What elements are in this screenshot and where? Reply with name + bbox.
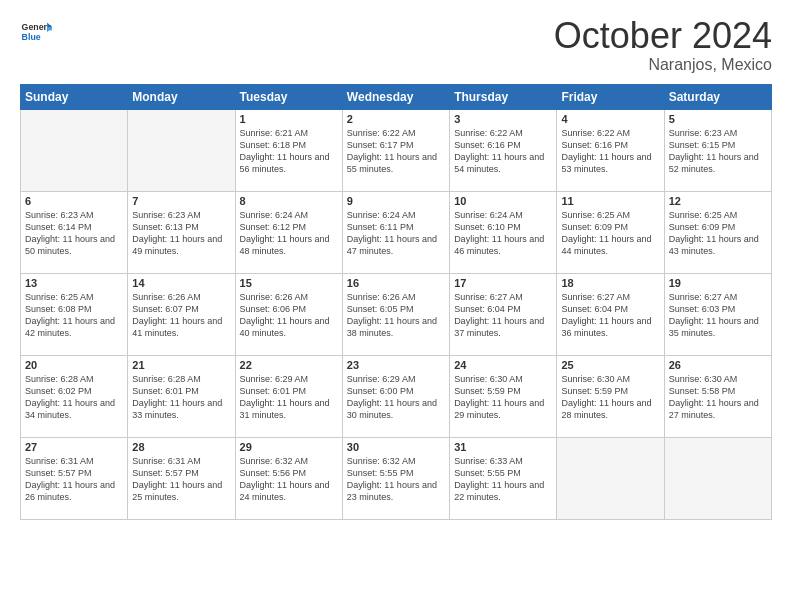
cell-info: Sunrise: 6:22 AM Sunset: 6:17 PM Dayligh… (347, 127, 445, 176)
col-header-monday: Monday (128, 84, 235, 109)
day-number: 13 (25, 277, 123, 289)
cell-info: Sunrise: 6:32 AM Sunset: 5:55 PM Dayligh… (347, 455, 445, 504)
month-title: October 2024 (554, 16, 772, 56)
calendar-cell (557, 437, 664, 519)
calendar-cell (128, 109, 235, 191)
day-number: 23 (347, 359, 445, 371)
col-header-thursday: Thursday (450, 84, 557, 109)
day-number: 9 (347, 195, 445, 207)
day-number: 10 (454, 195, 552, 207)
calendar-cell: 28Sunrise: 6:31 AM Sunset: 5:57 PM Dayli… (128, 437, 235, 519)
calendar-cell: 8Sunrise: 6:24 AM Sunset: 6:12 PM Daylig… (235, 191, 342, 273)
col-header-friday: Friday (557, 84, 664, 109)
calendar-cell: 3Sunrise: 6:22 AM Sunset: 6:16 PM Daylig… (450, 109, 557, 191)
page: General Blue October 2024 Naranjos, Mexi… (0, 0, 792, 612)
calendar-cell: 11Sunrise: 6:25 AM Sunset: 6:09 PM Dayli… (557, 191, 664, 273)
day-number: 28 (132, 441, 230, 453)
cell-info: Sunrise: 6:25 AM Sunset: 6:09 PM Dayligh… (669, 209, 767, 258)
cell-info: Sunrise: 6:28 AM Sunset: 6:02 PM Dayligh… (25, 373, 123, 422)
day-number: 5 (669, 113, 767, 125)
cell-info: Sunrise: 6:22 AM Sunset: 6:16 PM Dayligh… (454, 127, 552, 176)
day-number: 27 (25, 441, 123, 453)
calendar-cell: 4Sunrise: 6:22 AM Sunset: 6:16 PM Daylig… (557, 109, 664, 191)
day-number: 12 (669, 195, 767, 207)
calendar-week-5: 27Sunrise: 6:31 AM Sunset: 5:57 PM Dayli… (21, 437, 772, 519)
day-number: 11 (561, 195, 659, 207)
cell-info: Sunrise: 6:25 AM Sunset: 6:09 PM Dayligh… (561, 209, 659, 258)
day-number: 29 (240, 441, 338, 453)
calendar-cell: 9Sunrise: 6:24 AM Sunset: 6:11 PM Daylig… (342, 191, 449, 273)
cell-info: Sunrise: 6:22 AM Sunset: 6:16 PM Dayligh… (561, 127, 659, 176)
day-number: 18 (561, 277, 659, 289)
cell-info: Sunrise: 6:31 AM Sunset: 5:57 PM Dayligh… (132, 455, 230, 504)
calendar-cell: 7Sunrise: 6:23 AM Sunset: 6:13 PM Daylig… (128, 191, 235, 273)
cell-info: Sunrise: 6:23 AM Sunset: 6:15 PM Dayligh… (669, 127, 767, 176)
cell-info: Sunrise: 6:29 AM Sunset: 6:01 PM Dayligh… (240, 373, 338, 422)
day-number: 30 (347, 441, 445, 453)
calendar-cell: 6Sunrise: 6:23 AM Sunset: 6:14 PM Daylig… (21, 191, 128, 273)
cell-info: Sunrise: 6:23 AM Sunset: 6:14 PM Dayligh… (25, 209, 123, 258)
calendar-cell (664, 437, 771, 519)
cell-info: Sunrise: 6:26 AM Sunset: 6:06 PM Dayligh… (240, 291, 338, 340)
calendar-cell: 15Sunrise: 6:26 AM Sunset: 6:06 PM Dayli… (235, 273, 342, 355)
day-number: 6 (25, 195, 123, 207)
calendar-cell: 20Sunrise: 6:28 AM Sunset: 6:02 PM Dayli… (21, 355, 128, 437)
calendar-cell: 30Sunrise: 6:32 AM Sunset: 5:55 PM Dayli… (342, 437, 449, 519)
calendar-week-4: 20Sunrise: 6:28 AM Sunset: 6:02 PM Dayli… (21, 355, 772, 437)
calendar-cell: 24Sunrise: 6:30 AM Sunset: 5:59 PM Dayli… (450, 355, 557, 437)
calendar-cell: 23Sunrise: 6:29 AM Sunset: 6:00 PM Dayli… (342, 355, 449, 437)
title-block: October 2024 Naranjos, Mexico (554, 16, 772, 74)
calendar-cell: 5Sunrise: 6:23 AM Sunset: 6:15 PM Daylig… (664, 109, 771, 191)
col-header-sunday: Sunday (21, 84, 128, 109)
calendar-cell: 10Sunrise: 6:24 AM Sunset: 6:10 PM Dayli… (450, 191, 557, 273)
day-number: 19 (669, 277, 767, 289)
calendar-cell: 17Sunrise: 6:27 AM Sunset: 6:04 PM Dayli… (450, 273, 557, 355)
cell-info: Sunrise: 6:32 AM Sunset: 5:56 PM Dayligh… (240, 455, 338, 504)
day-number: 16 (347, 277, 445, 289)
day-number: 21 (132, 359, 230, 371)
calendar-table: SundayMondayTuesdayWednesdayThursdayFrid… (20, 84, 772, 520)
calendar-cell: 12Sunrise: 6:25 AM Sunset: 6:09 PM Dayli… (664, 191, 771, 273)
calendar-week-2: 6Sunrise: 6:23 AM Sunset: 6:14 PM Daylig… (21, 191, 772, 273)
cell-info: Sunrise: 6:27 AM Sunset: 6:03 PM Dayligh… (669, 291, 767, 340)
cell-info: Sunrise: 6:26 AM Sunset: 6:07 PM Dayligh… (132, 291, 230, 340)
calendar-cell: 26Sunrise: 6:30 AM Sunset: 5:58 PM Dayli… (664, 355, 771, 437)
day-number: 26 (669, 359, 767, 371)
calendar-week-3: 13Sunrise: 6:25 AM Sunset: 6:08 PM Dayli… (21, 273, 772, 355)
cell-info: Sunrise: 6:24 AM Sunset: 6:11 PM Dayligh… (347, 209, 445, 258)
cell-info: Sunrise: 6:28 AM Sunset: 6:01 PM Dayligh… (132, 373, 230, 422)
calendar-cell: 22Sunrise: 6:29 AM Sunset: 6:01 PM Dayli… (235, 355, 342, 437)
cell-info: Sunrise: 6:30 AM Sunset: 5:58 PM Dayligh… (669, 373, 767, 422)
day-number: 7 (132, 195, 230, 207)
cell-info: Sunrise: 6:24 AM Sunset: 6:10 PM Dayligh… (454, 209, 552, 258)
header: General Blue October 2024 Naranjos, Mexi… (20, 16, 772, 74)
calendar-header-row: SundayMondayTuesdayWednesdayThursdayFrid… (21, 84, 772, 109)
calendar-cell: 18Sunrise: 6:27 AM Sunset: 6:04 PM Dayli… (557, 273, 664, 355)
day-number: 17 (454, 277, 552, 289)
logo-icon: General Blue (20, 16, 52, 48)
day-number: 31 (454, 441, 552, 453)
day-number: 2 (347, 113, 445, 125)
calendar-cell (21, 109, 128, 191)
svg-rect-3 (47, 27, 52, 30)
day-number: 22 (240, 359, 338, 371)
day-number: 20 (25, 359, 123, 371)
day-number: 24 (454, 359, 552, 371)
calendar-cell: 29Sunrise: 6:32 AM Sunset: 5:56 PM Dayli… (235, 437, 342, 519)
day-number: 8 (240, 195, 338, 207)
day-number: 1 (240, 113, 338, 125)
cell-info: Sunrise: 6:27 AM Sunset: 6:04 PM Dayligh… (561, 291, 659, 340)
day-number: 14 (132, 277, 230, 289)
calendar-week-1: 1Sunrise: 6:21 AM Sunset: 6:18 PM Daylig… (21, 109, 772, 191)
cell-info: Sunrise: 6:23 AM Sunset: 6:13 PM Dayligh… (132, 209, 230, 258)
day-number: 3 (454, 113, 552, 125)
calendar-cell: 13Sunrise: 6:25 AM Sunset: 6:08 PM Dayli… (21, 273, 128, 355)
cell-info: Sunrise: 6:25 AM Sunset: 6:08 PM Dayligh… (25, 291, 123, 340)
cell-info: Sunrise: 6:21 AM Sunset: 6:18 PM Dayligh… (240, 127, 338, 176)
day-number: 4 (561, 113, 659, 125)
calendar-cell: 14Sunrise: 6:26 AM Sunset: 6:07 PM Dayli… (128, 273, 235, 355)
calendar-cell: 1Sunrise: 6:21 AM Sunset: 6:18 PM Daylig… (235, 109, 342, 191)
col-header-wednesday: Wednesday (342, 84, 449, 109)
calendar-cell: 16Sunrise: 6:26 AM Sunset: 6:05 PM Dayli… (342, 273, 449, 355)
col-header-saturday: Saturday (664, 84, 771, 109)
